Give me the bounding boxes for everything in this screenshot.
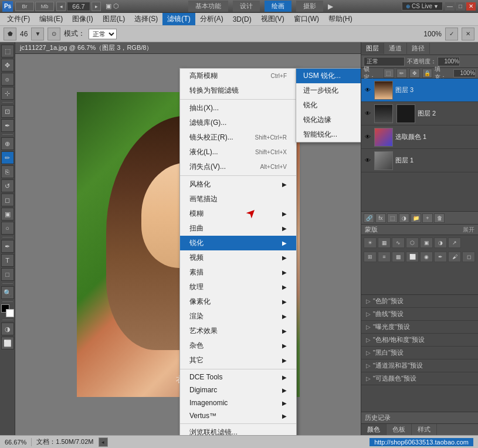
lock-paint[interactable]: ✏ bbox=[396, 69, 407, 78]
mask-paint-btn[interactable]: 🖌 bbox=[448, 252, 461, 262]
layer-item-adj[interactable]: 👁 选取颜色 1 bbox=[361, 125, 478, 149]
filter-smart[interactable]: 转换为智能滤镜 bbox=[180, 83, 296, 98]
brush-preview[interactable]: ⊙ bbox=[48, 28, 60, 40]
preset-exposure[interactable]: ▷ "曝光度"预设 bbox=[361, 321, 478, 334]
lock-move[interactable]: ✥ bbox=[409, 69, 420, 78]
brush-size-dropdown[interactable]: ▼ bbox=[31, 28, 44, 40]
filter-gaussian[interactable]: 高斯模糊 Ctrl+F bbox=[180, 69, 296, 83]
filter-stylize[interactable]: 风格化 ▶ bbox=[180, 177, 296, 192]
background-color[interactable] bbox=[6, 309, 14, 317]
layer-item-1[interactable]: 👁 图层 1 bbox=[361, 149, 478, 172]
preset-bw[interactable]: ▷ "黑白"预设 bbox=[361, 347, 478, 359]
filter-lens[interactable]: 镜头校正(R)... Shift+Ctrl+R bbox=[180, 130, 296, 145]
menu-view[interactable]: 视图(V) bbox=[256, 13, 289, 25]
close-button[interactable]: ✕ bbox=[466, 2, 476, 11]
mask-sun-btn[interactable]: ☀ bbox=[364, 237, 377, 248]
filter-video[interactable]: 视频 ▶ bbox=[180, 250, 296, 265]
status-arrow[interactable]: ◂ bbox=[99, 437, 108, 447]
menu-layer[interactable]: 图层(L) bbox=[98, 13, 130, 25]
layer-item-2[interactable]: 👁 图层 2 bbox=[361, 102, 478, 125]
zoom-increment[interactable]: ▸ bbox=[91, 2, 101, 11]
tool-marquee[interactable]: ⬚ bbox=[1, 45, 14, 57]
filter-texture[interactable]: 纹理 ▶ bbox=[180, 280, 296, 294]
tool-text[interactable]: T bbox=[1, 254, 14, 267]
mask-frame-btn[interactable]: ⬜ bbox=[406, 252, 419, 262]
preset-curves[interactable]: ▷ "曲线"预设 bbox=[361, 308, 478, 321]
layer-fx-btn[interactable]: fx bbox=[375, 213, 386, 223]
menu-analyze[interactable]: 分析(A) bbox=[195, 13, 228, 25]
tool-lasso[interactable]: ⌾ bbox=[1, 73, 14, 86]
layer-eye-1[interactable]: 👁 bbox=[364, 157, 372, 165]
mask-circle-btn[interactable]: ◉ bbox=[420, 252, 433, 262]
sharpen-sharpen[interactable]: 锐化 bbox=[296, 98, 361, 113]
bottom-tab-swatches[interactable]: 色板 bbox=[387, 424, 412, 435]
maximize-button[interactable]: □ bbox=[456, 2, 465, 11]
filter-render[interactable]: 渲染 ▶ bbox=[180, 309, 296, 324]
mask-fill-btn[interactable]: ▩ bbox=[392, 252, 405, 262]
mask-color-btn[interactable]: ▣ bbox=[420, 237, 433, 248]
tool-move[interactable]: ✥ bbox=[1, 59, 14, 72]
menu-window[interactable]: 窗口(W) bbox=[289, 13, 324, 25]
filter-artistic[interactable]: 艺术效果 ▶ bbox=[180, 324, 296, 338]
bottom-tab-styles[interactable]: 样式 bbox=[412, 424, 437, 435]
filter-sharpen[interactable]: 锐化 ▶ bbox=[180, 236, 296, 250]
tab-layers[interactable]: 图层 bbox=[361, 43, 384, 54]
bottom-tab-color[interactable]: 颜色 bbox=[361, 424, 387, 435]
filter-liquefy[interactable]: 液化(L)... Shift+Ctrl+X bbox=[180, 145, 296, 159]
filter-extract[interactable]: 抽出(X)... bbox=[180, 101, 296, 116]
tool-zoom[interactable]: 🔍 bbox=[1, 286, 14, 299]
tab-photo[interactable]: 摄影 bbox=[296, 1, 323, 12]
layer-new-btn[interactable]: + bbox=[422, 213, 433, 223]
filter-vanish[interactable]: 消失点(V)... Alt+Ctrl+V bbox=[180, 159, 296, 174]
mask-stripe-btn[interactable]: ≡ bbox=[378, 252, 391, 262]
layer-link-btn[interactable]: 🔗 bbox=[364, 213, 374, 223]
filter-blur[interactable]: 模糊 ▶ bbox=[180, 206, 296, 221]
filter-brushstroke[interactable]: 画笔描边 bbox=[180, 192, 296, 206]
tool-heal[interactable]: ⊕ bbox=[1, 137, 14, 150]
tool-eraser[interactable]: ◻ bbox=[1, 194, 14, 206]
sharpen-edges[interactable]: 锐化边缘 bbox=[296, 113, 361, 127]
tool-crop[interactable]: ⊡ bbox=[1, 105, 14, 118]
tool-quickmask[interactable]: ◑ bbox=[1, 323, 14, 335]
tool-wand[interactable]: ⊹ bbox=[1, 87, 14, 100]
tool-clone[interactable]: ⎘ bbox=[1, 165, 14, 178]
bridge-btn[interactable]: Br bbox=[15, 2, 34, 11]
menu-image[interactable]: 图像(I) bbox=[67, 13, 97, 25]
cs-live-btn[interactable]: ⊕ CS Live ▼ bbox=[402, 2, 443, 11]
mask-grid-btn[interactable]: ⊞ bbox=[364, 252, 377, 262]
lock-transparent[interactable]: ⬚ bbox=[384, 69, 394, 78]
tab-channels[interactable]: 通道 bbox=[384, 43, 407, 54]
filter-noise[interactable]: 杂色 ▶ bbox=[180, 338, 296, 353]
preset-hsl[interactable]: ▷ "色相/饱和度"预设 bbox=[361, 334, 478, 347]
tool-options-icon[interactable]: ⬟ bbox=[4, 28, 16, 40]
layer-eye-2[interactable]: 👁 bbox=[364, 110, 372, 118]
preset-selective[interactable]: ▷ "可选颜色"预设 bbox=[361, 372, 478, 385]
sharpen-smart[interactable]: 智能锐化... bbox=[296, 127, 361, 142]
filter-sketch[interactable]: 素描 ▶ bbox=[180, 265, 296, 280]
layer-eye-adj[interactable]: 👁 bbox=[364, 133, 372, 141]
layer-mask-btn[interactable]: ⬚ bbox=[387, 213, 398, 223]
layer-adj-btn[interactable]: ◑ bbox=[399, 213, 409, 223]
minimize-button[interactable]: — bbox=[445, 2, 455, 11]
filter-dce[interactable]: DCE Tools ▶ bbox=[180, 371, 296, 383]
tool-brush[interactable]: ✏ bbox=[1, 151, 14, 164]
menu-file[interactable]: 文件(F) bbox=[2, 13, 35, 25]
layer-item-3[interactable]: 👁 图层 3 bbox=[361, 79, 478, 102]
mini-bridge-btn[interactable]: Mb bbox=[35, 2, 54, 11]
tool-history-brush[interactable]: ↺ bbox=[1, 179, 14, 192]
menu-3d[interactable]: 3D(D) bbox=[228, 14, 256, 25]
mask-eraser-btn[interactable]: ◻ bbox=[462, 252, 475, 262]
filter-other[interactable]: 其它 ▶ bbox=[180, 353, 296, 368]
tool-dodge[interactable]: ○ bbox=[1, 222, 14, 235]
sharpen-usm[interactable]: USM 锐化... bbox=[296, 69, 361, 83]
zoom-decrement[interactable]: ◂ bbox=[56, 2, 66, 11]
mode-select[interactable]: 正常 bbox=[89, 29, 117, 39]
tool-gradient[interactable]: ▣ bbox=[1, 208, 14, 220]
tool-pen[interactable]: ✒ bbox=[1, 240, 14, 253]
color-selector[interactable] bbox=[1, 304, 14, 317]
menu-edit[interactable]: 编辑(E) bbox=[35, 13, 67, 25]
zoom-confirm[interactable]: ✓ bbox=[445, 28, 458, 40]
filter-imagenomic[interactable]: Imagenomic ▶ bbox=[180, 396, 296, 409]
mask-curve-btn[interactable]: ∿ bbox=[392, 237, 405, 248]
filter-vertus[interactable]: Vertus™ ▶ bbox=[180, 409, 296, 422]
